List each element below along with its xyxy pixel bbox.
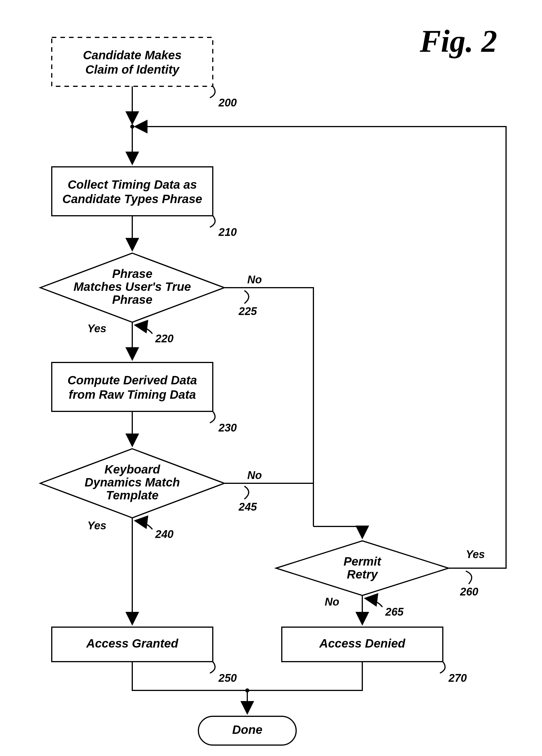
label-260-no: No — [324, 596, 339, 608]
node-access-granted: Access Granted — [52, 627, 213, 662]
svg-text:Access Denied: Access Denied — [319, 637, 406, 650]
ref-200: 200 — [218, 97, 237, 109]
node-permit-retry: Permit Retry — [276, 541, 448, 595]
svg-text:Claim of Identity: Claim of Identity — [85, 63, 180, 76]
node-compute-derived: Compute Derived Data from Raw Timing Dat… — [52, 362, 213, 411]
svg-text:Keyboard: Keyboard — [104, 463, 161, 476]
ref-265: 265 — [385, 606, 404, 618]
ref-230: 230 — [218, 422, 237, 434]
svg-text:Dynamics Match: Dynamics Match — [85, 476, 180, 489]
ref-250: 250 — [218, 672, 237, 684]
svg-text:Retry: Retry — [347, 568, 378, 581]
label-220-yes: Yes — [87, 322, 106, 335]
svg-text:Collect Timing Data as: Collect Timing Data as — [68, 178, 197, 191]
ref-210: 210 — [218, 226, 237, 238]
ref-225: 225 — [239, 305, 257, 317]
flowchart-svg: Fig. 2 Candidate Makes Claim of Identity… — [0, 0, 542, 756]
svg-text:from Raw Timing Data: from Raw Timing Data — [69, 388, 196, 401]
ref-260: 260 — [460, 586, 478, 598]
node-phrase-match: Phrase Matches User's True Phrase — [40, 253, 224, 322]
ref-220: 220 — [155, 333, 173, 345]
figure-label: Fig. 2 — [419, 24, 497, 59]
ref-240: 240 — [155, 528, 173, 540]
label-260-yes: Yes — [466, 548, 485, 560]
svg-text:Candidate Makes: Candidate Makes — [83, 48, 182, 62]
label-240-no: No — [247, 469, 262, 481]
node-collect-timing: Collect Timing Data as Candidate Types P… — [52, 167, 213, 216]
ref-245: 245 — [239, 501, 257, 513]
svg-text:Matches User's True: Matches User's True — [74, 280, 191, 293]
svg-text:Phrase: Phrase — [112, 293, 152, 306]
node-candidate-claim: Candidate Makes Claim of Identity — [52, 37, 213, 86]
svg-text:Done: Done — [232, 723, 263, 736]
label-240-yes: Yes — [87, 520, 106, 532]
svg-text:Phrase: Phrase — [112, 267, 152, 280]
node-dynamics-match: Keyboard Dynamics Match Template — [40, 449, 224, 518]
label-220-no: No — [247, 274, 262, 286]
svg-text:Access Granted: Access Granted — [86, 637, 179, 650]
svg-text:Permit: Permit — [343, 555, 382, 568]
ref-270: 270 — [448, 672, 467, 684]
svg-text:Candidate Types Phrase: Candidate Types Phrase — [62, 192, 202, 206]
node-access-denied: Access Denied — [282, 627, 443, 662]
svg-text:Template: Template — [106, 488, 159, 502]
node-done: Done — [199, 716, 296, 745]
svg-text:Compute Derived Data: Compute Derived Data — [68, 373, 197, 387]
